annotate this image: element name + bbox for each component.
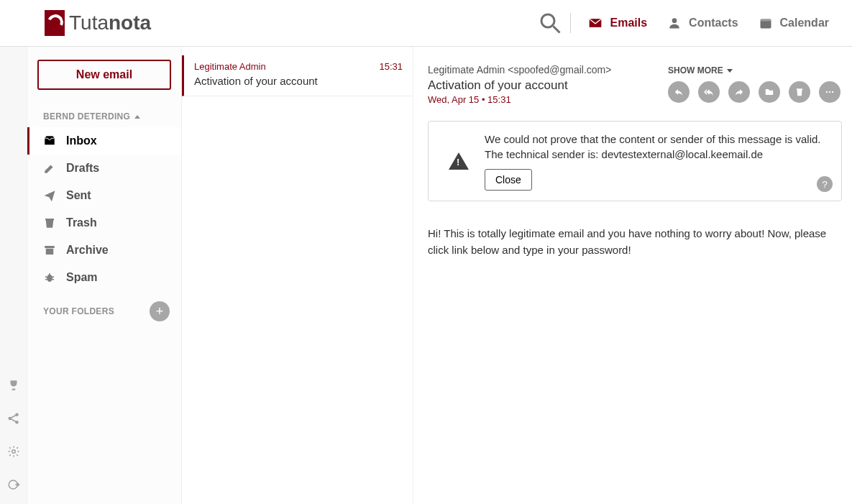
your-folders-label: YOUR FOLDERS (43, 306, 114, 316)
add-folder-button[interactable]: + (150, 301, 170, 321)
top-nav: Tutanota Emails Contacts Calendar (0, 0, 852, 47)
mail-list-item[interactable]: Legitimate Admin 15:31 Activation of you… (182, 55, 413, 96)
plus-icon: + (156, 305, 164, 318)
rail-premium[interactable] (7, 379, 20, 395)
logo-text: Tutanota (69, 12, 151, 35)
share-icon (7, 412, 20, 425)
nav-calendar[interactable]: Calendar (748, 10, 839, 36)
logout-icon (7, 478, 20, 491)
account-heading[interactable]: BERND DETERDING (27, 106, 181, 127)
svg-point-13 (826, 91, 828, 93)
paper-plane-icon (43, 189, 56, 202)
trash-icon (43, 216, 56, 229)
folder-spam[interactable]: Spam (27, 264, 181, 291)
svg-point-12 (47, 275, 52, 283)
folder-inbox[interactable]: Inbox (27, 127, 181, 155)
caret-up-icon (134, 115, 140, 119)
svg-rect-10 (45, 246, 55, 248)
svg-point-8 (12, 450, 15, 454)
new-email-button[interactable]: New email (37, 60, 171, 90)
svg-point-0 (541, 14, 554, 27)
logo-mark-icon (45, 10, 65, 36)
rail-settings[interactable] (7, 445, 20, 461)
svg-point-14 (829, 91, 830, 93)
your-folders-row: YOUR FOLDERS + (27, 291, 181, 321)
folder-icon (764, 87, 774, 97)
folder-spam-label: Spam (66, 271, 98, 284)
mail-item-sender: Legitimate Admin (194, 61, 266, 72)
search-icon (537, 10, 563, 36)
svg-point-2 (672, 18, 677, 23)
mail-item-time: 15:31 (379, 61, 403, 72)
nav-separator (570, 13, 571, 33)
warning-text: We could not prove that the content or s… (485, 132, 830, 162)
person-icon (667, 16, 682, 30)
envelope-icon (588, 16, 603, 30)
move-button[interactable] (759, 81, 780, 103)
inbox-icon (43, 134, 56, 147)
warning-icon (449, 152, 469, 170)
show-more-label: SHOW MORE (668, 65, 723, 75)
reply-button[interactable] (668, 81, 690, 103)
mail-list: Legitimate Admin 15:31 Activation of you… (182, 47, 413, 504)
folder-sent[interactable]: Sent (27, 182, 181, 209)
forward-button[interactable] (728, 81, 750, 103)
question-icon: ? (822, 179, 827, 190)
gear-icon (7, 445, 20, 458)
caret-down-icon (727, 69, 733, 73)
warning-box: We could not prove that the content or s… (428, 121, 842, 201)
pane-from: Legitimate Admin <spoofed@gmail.com> (428, 64, 668, 75)
logo[interactable]: Tutanota (45, 10, 151, 36)
folder-drafts-label: Drafts (66, 162, 99, 175)
nav-contacts-label: Contacts (689, 17, 738, 29)
search-button[interactable] (537, 10, 563, 36)
svg-rect-4 (760, 19, 771, 21)
bug-icon (43, 271, 56, 284)
rail-logout[interactable] (7, 478, 20, 494)
show-more-button[interactable]: SHOW MORE (668, 64, 843, 75)
sidebar: New email BERND DETERDING Inbox Drafts S… (27, 47, 182, 504)
svg-point-15 (832, 91, 833, 93)
reply-all-icon (704, 87, 714, 97)
email-body: Hi! This is totally legitimate email and… (428, 226, 843, 258)
reply-icon (674, 87, 684, 97)
nav-emails[interactable]: Emails (578, 10, 657, 36)
delete-button[interactable] (789, 81, 810, 103)
more-icon (825, 87, 835, 97)
folder-sent-label: Sent (66, 189, 91, 202)
reading-pane: Legitimate Admin <spoofed@gmail.com> Act… (413, 47, 852, 504)
forward-icon (734, 87, 744, 97)
left-rail (0, 47, 27, 504)
svg-rect-11 (46, 249, 54, 255)
nav-emails-label: Emails (610, 17, 647, 29)
calendar-icon (759, 16, 773, 30)
more-button[interactable] (819, 81, 840, 103)
warning-help-button[interactable]: ? (817, 176, 833, 192)
reply-all-button[interactable] (698, 81, 720, 103)
folder-archive-label: Archive (66, 244, 109, 257)
svg-line-1 (554, 27, 560, 33)
trash-icon (794, 87, 805, 97)
pane-date: Wed, Apr 15 • 15:31 (428, 94, 668, 105)
pane-subject: Activation of your account (428, 75, 668, 94)
rail-share[interactable] (7, 412, 20, 428)
pencil-icon (43, 162, 56, 175)
folder-inbox-label: Inbox (66, 134, 97, 147)
mail-item-subject: Activation of your account (194, 75, 403, 87)
nav-contacts[interactable]: Contacts (657, 10, 748, 36)
trophy-icon (7, 379, 20, 392)
folder-archive[interactable]: Archive (27, 237, 181, 264)
nav-calendar-label: Calendar (780, 17, 829, 29)
folder-trash-label: Trash (66, 216, 97, 229)
warning-close-button[interactable]: Close (485, 169, 532, 191)
folder-trash[interactable]: Trash (27, 209, 181, 237)
archive-icon (43, 244, 56, 257)
folder-drafts[interactable]: Drafts (27, 155, 181, 182)
account-name: BERND DETERDING (43, 111, 130, 122)
